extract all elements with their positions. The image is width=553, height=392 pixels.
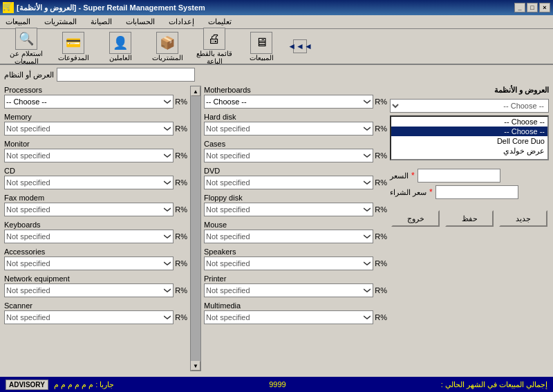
processors-select[interactable]: -- Choose -- [4,95,174,109]
floppy-pct: R% [375,205,387,214]
toolbar-madfo3at[interactable]: 💳 المدفوعات [53,30,94,64]
minimize-button[interactable]: _ [514,3,525,12]
harddisk-pct: R% [375,124,387,133]
price-input[interactable] [418,169,500,183]
toolbar-3amelin[interactable]: 👤 العاملين [100,30,141,64]
monitor-select[interactable]: Not specified [4,149,174,162]
exit-button[interactable]: خروج [391,210,440,227]
dropdown-item-1[interactable]: -- Choose -- [391,127,547,136]
multimedia-group: Multimedia Not specified R% [204,301,387,324]
toolbar-printers[interactable]: 🖨 قائمة بالقطع الباعة [194,26,235,67]
price-row: * السعر [390,169,549,183]
scroll-up[interactable]: ▲ [191,86,200,96]
network-label: Network equipment [4,274,187,283]
panel-choose-select[interactable]: -- Choose -- [390,99,549,113]
toolbar-moshtariat-label: المشتريات [152,54,183,62]
toolbar-este3lam-label: استعلام عن المبيعات [8,50,45,65]
toolbar-madfo3at-label: المدفوعات [58,54,89,62]
cases-group: Cases Not specified R% [204,140,387,162]
accessories-label: Accessories [4,248,187,256]
panel-select-row: -- Choose -- [390,99,549,113]
motherboards-select[interactable]: -- Choose -- [204,95,373,109]
price-asterisk: * [411,171,415,180]
title-bar: 🛒 [العروض و الأنظمة] - Super Retail Mana… [0,0,553,15]
dvd-pct: R% [375,178,387,187]
floppy-select[interactable]: Not specified [204,203,373,216]
action-buttons: خروج حفظ جديد [390,210,549,227]
scroll-bar[interactable]: ▲ ▼ [190,86,201,371]
buy-price-label: سعر الشراء [390,188,427,197]
search-input[interactable] [57,68,195,82]
scroll-down[interactable]: ▼ [191,361,200,371]
memory-select[interactable]: Not specified [4,122,174,136]
scanner-pct: R% [175,313,187,321]
menu-moshtariat[interactable]: المشتريات [41,17,79,26]
3amelin-icon: 👤 [109,32,131,54]
este3lam-icon: 🔍 [15,28,37,50]
menu-bar: تعليمات إعدادات الحسابات الصيانة المشتري… [0,15,553,29]
cases-select[interactable]: Not specified [204,149,373,162]
menu-siana[interactable]: الصيانة [88,17,115,26]
right-panel: العروض و الأنظمة -- Choose -- -- Choose … [390,86,549,371]
dvd-select[interactable]: Not specified [204,176,373,189]
memory-group: Memory Not specified R% [4,113,187,136]
processors-label: Processors [4,86,187,94]
cd-label: CD [4,167,187,175]
panel-title: العروض و الأنظمة [390,86,549,95]
speakers-group: Speakers Not specified R% [204,248,387,270]
monitor-group: Monitor Not specified R% [4,140,187,162]
buy-price-input[interactable] [435,185,518,199]
form-column-2: Motherboards -- Choose -- R% Hard disk N… [204,86,387,371]
scanner-group: Scanner Not specified R% [4,301,187,324]
save-button[interactable]: حفظ [445,210,494,227]
keyboards-select[interactable]: Not specified [4,230,174,243]
price-label: السعر [390,171,409,180]
dropdown-item-0[interactable]: -- Choose -- [391,117,547,127]
menu-hesabat[interactable]: الحسابات [123,17,158,26]
accessories-select[interactable]: Not specified [4,256,174,270]
multimedia-select[interactable]: Not specified [204,310,373,324]
mouse-select[interactable]: Not specified [204,230,373,243]
keyboards-pct: R% [175,232,187,241]
speakers-select[interactable]: Not specified [204,256,373,270]
faxmodem-select[interactable]: Not specified [4,203,174,216]
printer-select[interactable]: Not specified [204,283,373,297]
nav-back[interactable]: ◄◄◄ [293,39,307,53]
processors-group: Processors -- Choose -- R% [4,86,187,109]
network-select[interactable]: Not specified [4,283,174,297]
dropdown-item-3[interactable]: عرض خولدي [391,146,547,156]
speakers-pct: R% [375,259,387,268]
faxmodem-label: Fax modem [4,194,187,202]
app-icon: 🛒 [3,2,14,13]
menu-e3dadat[interactable]: إعدادات [166,17,197,26]
toolbar-mabe3at[interactable]: 🖥 المبيعات [241,30,282,64]
toolbar-moshtariat[interactable]: 📦 المشتريات [147,30,188,64]
cd-select[interactable]: Not specified [4,176,174,189]
new-button[interactable]: جديد [499,210,547,227]
toolbar-este3lam[interactable]: 🔍 استعلام عن المبيعات [6,26,47,67]
mouse-group: Mouse Not specified R% [204,221,387,243]
network-group: Network equipment Not specified R% [4,274,187,297]
dvd-label: DVD [204,167,387,175]
harddisk-select[interactable]: Not specified [204,122,373,136]
dropdown-list[interactable]: -- Choose -- -- Choose -- Dell Core Duo … [390,115,549,160]
close-button[interactable]: × [539,3,550,12]
harddisk-label: Hard disk [204,113,387,121]
nav-arrows[interactable]: ◄◄◄ [293,39,307,53]
accessories-pct: R% [175,259,187,268]
cd-pct: R% [175,178,187,187]
scanner-select[interactable]: Not specified [4,310,174,324]
toolbar-printers-label: قائمة بالقطع الباعة [196,50,233,65]
dropdown-item-2[interactable]: Dell Core Duo [391,136,547,146]
speakers-label: Speakers [204,248,387,256]
price-section: * السعر * سعر الشراء [390,169,549,202]
form-column-1: Processors -- Choose -- R% Memory Not sp… [4,86,187,371]
title-bar-buttons[interactable]: _ □ × [514,3,550,12]
toolbar: ◄◄◄ 🖥 المبيعات 🖨 قائمة بالقطع الباعة 📦 ا… [0,29,553,65]
cases-pct: R% [375,151,387,160]
scanner-label: Scanner [4,301,187,310]
status-center-text: 9999 [269,380,285,389]
search-area: العرض أو النظام [4,68,549,82]
maximize-button[interactable]: □ [527,3,538,12]
cd-group: CD Not specified R% [4,167,187,189]
